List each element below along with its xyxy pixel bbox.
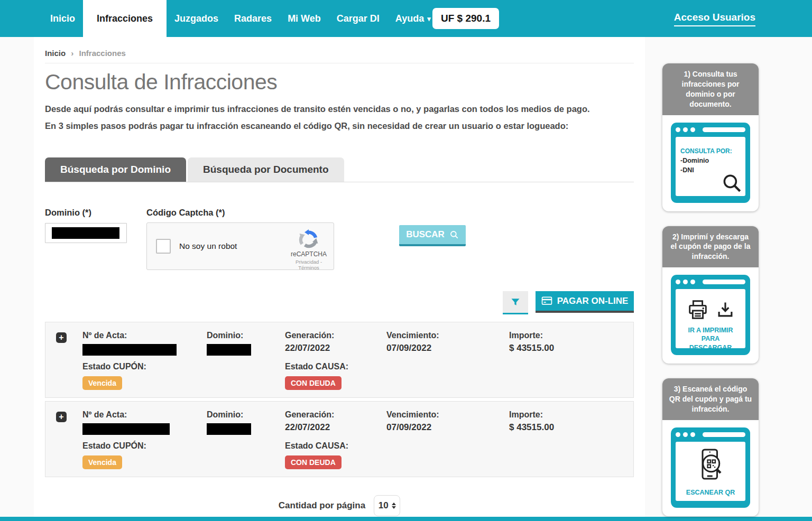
download-icon xyxy=(715,300,735,320)
per-page-label: Cantidad por página xyxy=(279,500,365,511)
recaptcha-widget: No soy un robot reCAPTCHA Privacidad - T… xyxy=(146,222,334,270)
per-page-select[interactable]: 10 xyxy=(374,495,400,516)
step-card-2: 2) Imprimí y descarga el cupón de pago d… xyxy=(662,226,759,364)
search-tabs: Búsqueda por Dominio Búsqueda por Docume… xyxy=(45,157,634,182)
infraction-row: + Nº de Acta: Estado CUPÓN: Vencida Domi… xyxy=(45,322,634,398)
step-3-caption: ESCANEAR QR xyxy=(680,488,741,497)
nav-ayuda-label: Ayuda xyxy=(395,13,424,24)
filter-button[interactable] xyxy=(503,291,528,314)
breadcrumb-home[interactable]: Inicio xyxy=(45,49,66,58)
intro-text-1: Desde aquí podrás consultar e imprimir t… xyxy=(45,104,634,114)
browser-dot-icon xyxy=(690,280,695,284)
tab-busqueda-dominio[interactable]: Búsqueda por Dominio xyxy=(45,157,186,182)
browser-dot-icon xyxy=(690,432,695,437)
search-icon xyxy=(449,230,459,239)
cause-status-label: Estado CAUSA: xyxy=(285,362,386,371)
step-2-caption-line2: PARA DESCARGAR xyxy=(680,334,741,352)
due-date: 07/09/2022 xyxy=(386,422,509,433)
main-menu: Inicio Infracciones Juzgados Radares Mi … xyxy=(0,0,439,37)
browser-dot-icon xyxy=(676,280,680,284)
search-button-label: BUSCAR xyxy=(406,229,445,240)
recaptcha-logo-icon xyxy=(299,229,319,249)
amount-label: Importe: xyxy=(509,410,623,420)
browser-dot-icon xyxy=(683,432,688,437)
infraction-row: + Nº de Acta: Estado CUPÓN: Vencida Domi… xyxy=(45,401,634,477)
tab-busqueda-documento[interactable]: Búsqueda por Documento xyxy=(188,157,344,182)
coupon-status-badge: Vencida xyxy=(82,376,122,390)
generation-label: Generación: xyxy=(285,410,386,420)
browser-addressbar xyxy=(703,432,745,437)
access-users-link[interactable]: Acceso Usuarios xyxy=(674,12,755,26)
breadcrumb-separator: › xyxy=(71,49,73,58)
breadcrumb-current: Infracciones xyxy=(79,49,126,58)
uf-value-badge: UF $ 290.1 xyxy=(432,8,499,29)
domain-input[interactable] xyxy=(45,223,127,243)
domain-col-label: Dominio: xyxy=(207,331,285,340)
coupon-status-label: Estado CUPÓN: xyxy=(82,362,207,371)
browser-dot-icon xyxy=(683,280,688,284)
browser-dot-icon xyxy=(690,127,695,132)
results-toolbar: PAGAR ON-LINE xyxy=(45,291,634,314)
expand-row-icon[interactable]: + xyxy=(56,332,67,343)
cause-status-badge: CON DEUDA xyxy=(285,376,342,390)
content-area: Inicio › Infracciones Consulta de Infrac… xyxy=(0,37,812,517)
due-date: 07/09/2022 xyxy=(386,343,509,353)
redacted-domain-col-value xyxy=(207,344,251,356)
breadcrumb-divider xyxy=(45,63,634,63)
consulta-por-label: CONSULTA POR: xyxy=(680,147,741,155)
nav-juzgados[interactable]: Juzgados xyxy=(167,0,226,37)
redacted-acta-value xyxy=(82,423,170,435)
step-2-caption-line1: IR A IMPRIMIR xyxy=(680,326,741,334)
credit-card-icon xyxy=(541,296,552,305)
redacted-domain-value xyxy=(52,227,119,239)
nav-mi-web[interactable]: Mi Web xyxy=(280,0,329,37)
redacted-domain-col-value xyxy=(207,423,251,435)
coupon-status-label: Estado CUPÓN: xyxy=(82,441,207,451)
step-1-title: 1) Consulta tus infracciones por dominio… xyxy=(662,63,759,115)
browser-mockup-1: CONSULTA POR: -Dominio -DNI xyxy=(671,123,750,203)
cause-status-badge: CON DEUDA xyxy=(285,455,342,469)
pagination: Cantidad por página 10 xyxy=(45,495,634,521)
consulta-dominio-label: -Dominio xyxy=(680,157,741,164)
browser-mockup-3: ESCANEAR QR xyxy=(671,427,750,508)
nav-ayuda[interactable]: Ayuda ▾ xyxy=(387,0,439,37)
amount-value: $ 43515.00 xyxy=(509,343,623,353)
printer-icon xyxy=(686,297,710,322)
amount-value: $ 43515.00 xyxy=(509,422,623,433)
recaptcha-text: No soy un robot xyxy=(179,241,237,251)
steps-sidebar: 1) Consulta tus infracciones por dominio… xyxy=(662,63,759,521)
recaptcha-brand-name: reCAPTCHA xyxy=(289,250,328,258)
acta-label: Nº de Acta: xyxy=(82,331,207,340)
acta-label: Nº de Acta: xyxy=(82,410,207,420)
chevron-down-icon: ▾ xyxy=(427,15,431,23)
step-card-3: 3) Escaneá el código QR del cupón y pagá… xyxy=(662,378,759,516)
search-button[interactable]: BUSCAR xyxy=(399,225,466,246)
generation-label: Generación: xyxy=(285,331,386,340)
nav-inicio[interactable]: Inicio xyxy=(42,0,83,37)
step-card-1: 1) Consulta tus infracciones por dominio… xyxy=(662,63,759,211)
recaptcha-branding: reCAPTCHA Privacidad - Términos xyxy=(289,229,328,271)
per-page-value: 10 xyxy=(379,500,389,511)
amount-label: Importe: xyxy=(509,331,623,340)
browser-dot-icon xyxy=(683,127,688,132)
select-arrows-icon xyxy=(392,503,396,509)
recaptcha-checkbox[interactable] xyxy=(156,239,171,254)
breadcrumb: Inicio › Infracciones xyxy=(45,37,634,58)
recaptcha-links[interactable]: Privacidad - Términos xyxy=(289,259,328,271)
main-content: Inicio › Infracciones Consulta de Infrac… xyxy=(45,37,634,521)
pay-online-button[interactable]: PAGAR ON-LINE xyxy=(536,291,634,313)
scan-qr-phone-icon xyxy=(693,447,728,484)
page-title: Consulta de Infracciones xyxy=(45,70,634,95)
nav-cargar-di[interactable]: Cargar DI xyxy=(329,0,387,37)
redacted-acta-value xyxy=(82,344,177,356)
browser-dot-icon xyxy=(676,127,680,132)
expand-row-icon[interactable]: + xyxy=(56,412,67,422)
browser-dot-icon xyxy=(676,432,680,437)
nav-infracciones[interactable]: Infracciones xyxy=(83,0,167,37)
filter-funnel-icon xyxy=(510,297,521,308)
generation-date: 22/07/2022 xyxy=(285,343,386,353)
browser-mockup-2: IR A IMPRIMIR PARA DESCARGAR xyxy=(671,275,750,355)
intro-text-2: En 3 simples pasos podrás pagar tu infra… xyxy=(45,121,634,131)
due-label: Vencimiento: xyxy=(386,331,509,340)
nav-radares[interactable]: Radares xyxy=(226,0,280,37)
